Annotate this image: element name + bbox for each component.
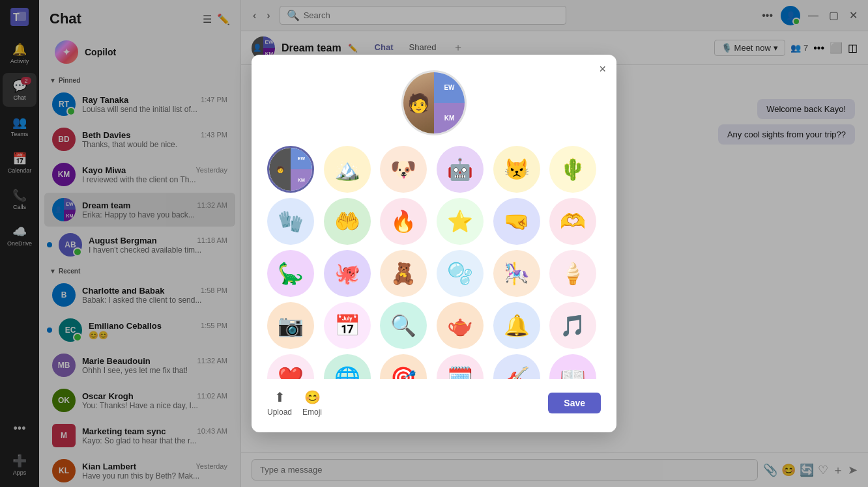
avatar-picker-modal: × 🧑 EW KM 🧑 EW KM 🏔️: [252, 55, 616, 432]
emoji-option-2[interactable]: 🐶: [380, 146, 427, 193]
modal-group-avatar: 🧑 EW KM: [401, 70, 467, 135]
emoji-label: Emoji: [302, 408, 322, 417]
emoji-option-15[interactable]: 🫧: [437, 250, 484, 297]
emoji-option-17[interactable]: 🍦: [549, 250, 596, 297]
emoji-option-28[interactable]: 🎸: [493, 354, 540, 379]
emoji-option-0[interactable]: 🧑 EW KM: [267, 146, 314, 193]
save-button[interactable]: Save: [548, 393, 601, 413]
emoji-option-23[interactable]: 🎵: [549, 302, 596, 349]
modal-footer-left: ⬆ Upload 😊 Emoji: [267, 389, 322, 417]
upload-icon: ⬆: [274, 389, 285, 405]
emoji-option-27[interactable]: 🗓️: [437, 354, 484, 379]
emoji-option-10[interactable]: 🤜: [493, 198, 540, 245]
emoji-option-3[interactable]: 🤖: [437, 146, 484, 193]
emoji-option-12[interactable]: 🦕: [267, 250, 314, 297]
emoji-option-7[interactable]: 🤲: [324, 198, 371, 245]
upload-label: Upload: [267, 408, 292, 417]
emoji-option-9[interactable]: ⭐: [437, 198, 484, 245]
emoji-option-6[interactable]: 🧤: [267, 198, 314, 245]
modal-initials-bottom: KM: [434, 103, 465, 133]
emoji-option-20[interactable]: 🔍: [380, 302, 427, 349]
emoji-option-5[interactable]: 🌵: [549, 146, 596, 193]
modal-avatar-area: 🧑 EW KM: [267, 70, 601, 135]
emoji-option-18[interactable]: 📷: [267, 302, 314, 349]
emoji-option-14[interactable]: 🧸: [380, 250, 427, 297]
modal-initials-top: EW: [434, 72, 465, 103]
emoji-action[interactable]: 😊 Emoji: [302, 389, 322, 417]
emoji-option-11[interactable]: 🫶: [549, 198, 596, 245]
emoji-option-24[interactable]: ❤️: [267, 354, 314, 379]
emoji-option-13[interactable]: 🐙: [324, 250, 371, 297]
emoji-option-1[interactable]: 🏔️: [324, 146, 371, 193]
emoji-option-22[interactable]: 🔔: [493, 302, 540, 349]
emoji-option-25[interactable]: 🌐: [324, 354, 371, 379]
modal-footer: ⬆ Upload 😊 Emoji Save: [267, 389, 601, 417]
upload-action[interactable]: ⬆ Upload: [267, 389, 292, 417]
modal-overlay[interactable]: × 🧑 EW KM 🧑 EW KM 🏔️: [0, 0, 868, 487]
emoji-grid: 🧑 EW KM 🏔️ 🐶 🤖 😾 🌵 🧤 🤲 🔥 ⭐ 🤜 🫶 🦕 🐙 🧸 🫧: [267, 146, 601, 379]
emoji-option-26[interactable]: 🎯: [380, 354, 427, 379]
emoji-picker-icon: 😊: [304, 389, 321, 405]
emoji-option-29[interactable]: 📖: [549, 354, 596, 379]
modal-close-button[interactable]: ×: [599, 63, 606, 76]
emoji-option-19[interactable]: 📅: [324, 302, 371, 349]
emoji-option-8[interactable]: 🔥: [380, 198, 427, 245]
emoji-option-16[interactable]: 🎠: [493, 250, 540, 297]
emoji-option-21[interactable]: 🫖: [437, 302, 484, 349]
emoji-option-4[interactable]: 😾: [493, 146, 540, 193]
